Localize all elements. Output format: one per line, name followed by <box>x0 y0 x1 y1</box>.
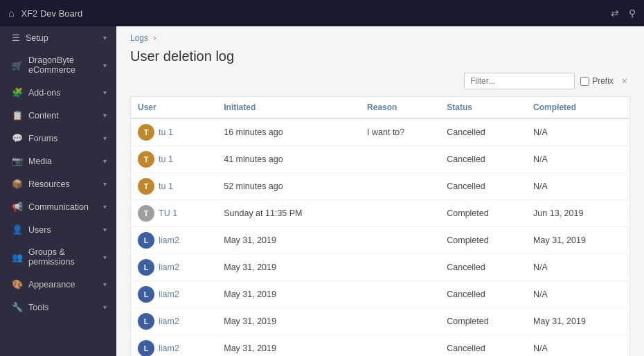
cell-user: T tu 1 <box>131 146 217 173</box>
chevron-icon-2: ▾ <box>103 89 107 96</box>
cell-completed: Jun 13, 2019 <box>526 200 629 227</box>
cell-status: Completed <box>440 200 526 227</box>
cell-status: Cancelled <box>440 118 526 146</box>
username-link[interactable]: tu 1 <box>159 154 173 164</box>
sidebar-icon-11: 🔧 <box>12 302 23 312</box>
table-row: L liam2 May 31, 2019CompletedMay 31, 201… <box>131 308 630 335</box>
sidebar-item-resources[interactable]: 📦 Resources ▾ <box>0 172 116 195</box>
cell-user: L liam2 <box>131 335 217 357</box>
chevron-icon-9: ▾ <box>103 253 107 261</box>
sidebar-icon-6: 📦 <box>12 179 23 189</box>
avatar: T <box>138 178 154 195</box>
sidebar-item-forums[interactable]: 💬 Forums ▾ <box>0 127 116 150</box>
table-row: L liam2 May 31, 2019CompletedMay 31, 201… <box>131 227 630 254</box>
cell-reason <box>360 173 440 200</box>
home-icon[interactable]: ⌂ <box>8 8 14 19</box>
cell-status: Completed <box>440 308 526 335</box>
chevron-icon-11: ▾ <box>103 303 107 311</box>
col-header-reason[interactable]: Reason <box>360 97 440 119</box>
col-header-status[interactable]: Status <box>440 97 526 119</box>
cell-initiated: 52 minutes ago <box>217 173 360 200</box>
chevron-icon-10: ▾ <box>103 281 107 288</box>
sidebar-icon-3: 📋 <box>12 110 23 121</box>
topbar-title: XF2 Dev Board <box>21 8 604 19</box>
username-link[interactable]: liam2 <box>159 262 179 272</box>
col-header-initiated[interactable]: Initiated <box>217 97 360 119</box>
sidebar-item-users[interactable]: 👤 Users ▾ <box>0 218 116 241</box>
sidebar-item-add-ons[interactable]: 🧩 Add-ons ▾ <box>0 81 116 104</box>
cell-reason <box>360 254 440 281</box>
sidebar-label-10: Appearance <box>28 280 98 290</box>
cell-status: Completed <box>440 227 526 254</box>
layout: ☰ Setup ▾ 🛒 DragonByte eCommerce ▾ 🧩 Add… <box>0 26 644 356</box>
chevron-icon-4: ▾ <box>103 134 107 142</box>
avatar: T <box>138 124 154 141</box>
sidebar-label-2: Add-ons <box>28 88 98 98</box>
username-link[interactable]: tu 1 <box>159 181 173 191</box>
cell-reason <box>360 308 440 335</box>
sidebar-item-appearance[interactable]: 🎨 Appearance ▾ <box>0 273 116 296</box>
cell-initiated: May 31, 2019 <box>217 335 360 357</box>
sidebar-icon-2: 🧩 <box>12 87 23 98</box>
cell-status: Cancelled <box>440 281 526 308</box>
avatar: L <box>138 286 154 303</box>
cell-completed: N/A <box>526 146 629 173</box>
cell-status: Cancelled <box>440 335 526 357</box>
cell-completed: May 31, 2019 <box>526 227 629 254</box>
username-link[interactable]: liam2 <box>159 344 179 353</box>
sidebar-icon-5: 📷 <box>12 156 23 166</box>
breadcrumb-logs[interactable]: Logs <box>130 33 148 43</box>
cell-completed: N/A <box>526 254 629 281</box>
sidebar-label-3: Content <box>28 111 98 121</box>
prefix-check[interactable] <box>580 77 589 86</box>
sidebar-label-8: Users <box>28 225 98 235</box>
cell-reason <box>360 227 440 254</box>
username-link[interactable]: liam2 <box>159 290 179 299</box>
sidebar-item-groups--permissions[interactable]: 👥 Groups & permissions ▾ <box>0 241 116 273</box>
username-link[interactable]: tu 1 <box>159 127 173 137</box>
sidebar-label-1: DragonByte eCommerce <box>28 55 98 75</box>
col-header-user[interactable]: User <box>131 97 217 119</box>
chevron-icon-7: ▾ <box>103 203 107 211</box>
table-row: L liam2 May 31, 2019CancelledN/A <box>131 335 630 357</box>
cell-status: Cancelled <box>440 173 526 200</box>
cell-initiated: May 31, 2019 <box>217 281 360 308</box>
sidebar-item-content[interactable]: 📋 Content ▾ <box>0 104 116 127</box>
chevron-icon-6: ▾ <box>103 180 107 188</box>
sidebar-item-communication[interactable]: 📢 Communication ▾ <box>0 195 116 218</box>
cell-reason <box>360 146 440 173</box>
breadcrumb-separator: › <box>153 33 156 43</box>
sidebar-item-setup[interactable]: ☰ Setup ▾ <box>0 26 116 49</box>
sidebar-icon-4: 💬 <box>12 133 23 143</box>
cell-reason <box>360 281 440 308</box>
sidebar: ☰ Setup ▾ 🛒 DragonByte eCommerce ▾ 🧩 Add… <box>0 26 116 356</box>
sidebar-icon-0: ☰ <box>12 33 20 43</box>
sidebar-item-dragonbyte-ecommerce[interactable]: 🛒 DragonByte eCommerce ▾ <box>0 49 116 81</box>
chevron-icon-1: ▾ <box>103 62 107 69</box>
chevron-icon-5: ▾ <box>103 157 107 165</box>
exchange-icon[interactable]: ⇄ <box>611 8 619 19</box>
prefix-checkbox[interactable]: Prefix <box>580 76 614 86</box>
filter-input[interactable] <box>464 73 575 89</box>
sidebar-label-6: Resources <box>28 179 98 189</box>
clear-filter-button[interactable]: × <box>619 74 630 88</box>
sidebar-item-media[interactable]: 📷 Media ▾ <box>0 150 116 172</box>
username-link[interactable]: liam2 <box>159 235 179 245</box>
cell-reason: I want to? <box>360 118 440 146</box>
search-icon[interactable]: ⚲ <box>629 8 636 19</box>
sidebar-label-11: Tools <box>28 303 98 312</box>
sidebar-icon-9: 👥 <box>12 252 23 262</box>
col-header-completed[interactable]: Completed <box>526 97 629 119</box>
cell-initiated: May 31, 2019 <box>217 254 360 281</box>
chevron-icon-8: ▾ <box>103 226 107 233</box>
username-link[interactable]: liam2 <box>159 317 179 326</box>
sidebar-icon-7: 📢 <box>12 202 23 212</box>
sidebar-icon-10: 🎨 <box>12 279 23 290</box>
topbar: ⌂ XF2 Dev Board ⇄ ⚲ <box>0 0 644 26</box>
sidebar-label-7: Communication <box>28 202 98 212</box>
username-link[interactable]: TU 1 <box>159 208 177 218</box>
cell-reason <box>360 200 440 227</box>
breadcrumb: Logs › <box>116 26 644 46</box>
cell-completed: N/A <box>526 173 629 200</box>
sidebar-item-tools[interactable]: 🔧 Tools ▾ <box>0 296 116 319</box>
